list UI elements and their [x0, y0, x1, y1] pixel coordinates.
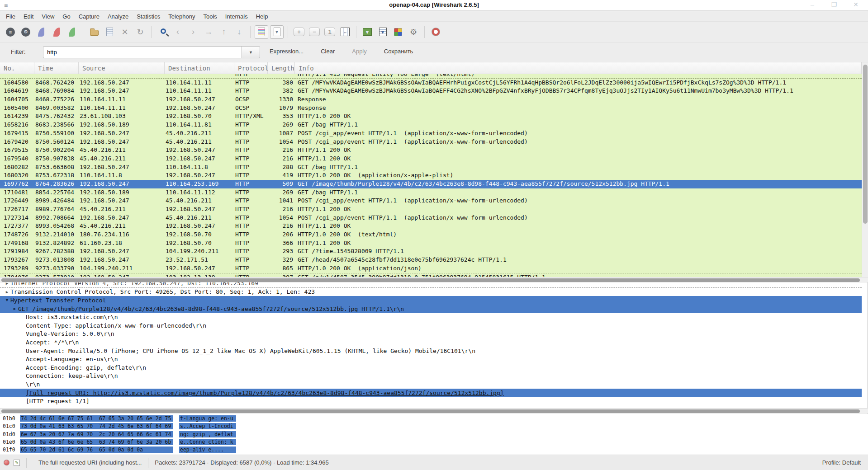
table-row[interactable]: 16803208753.672318110.164.11.8192.168.50…	[0, 171, 862, 180]
table-row[interactable]: 17940769273.573910192.168.50.247103.182.…	[0, 273, 862, 277]
apply-button[interactable]: Apply	[352, 48, 367, 55]
detail-line[interactable]: Vungle-Version: 5.0.0\r\n	[0, 330, 862, 338]
menu-statistics[interactable]: Statistics	[133, 12, 164, 21]
menu-internals[interactable]: Internals	[221, 12, 252, 21]
column-header-destination[interactable]: Destination	[165, 62, 234, 74]
column-header-source[interactable]: Source	[79, 62, 165, 74]
detail-line[interactable]: Accept: */*\r\n	[0, 338, 862, 347]
table-row[interactable]: 17264498989.426484192.168.50.24745.40.21…	[0, 197, 862, 205]
display-filter-icon[interactable]: ▼	[376, 25, 389, 39]
menu-help[interactable]: Help	[252, 12, 272, 21]
table-row[interactable]: 16047058468.775226110.164.11.11192.168.5…	[0, 95, 862, 104]
save-file-icon[interactable]	[103, 25, 116, 39]
close-button[interactable]: ✕	[852, 1, 860, 8]
menu-view[interactable]: View	[38, 12, 58, 21]
preferences-icon[interactable]: ⚙	[407, 25, 420, 39]
filter-input[interactable]	[43, 46, 242, 58]
expander-arrow-icon[interactable]: ▶	[11, 306, 18, 311]
table-row[interactable]: 16045808468.762420192.168.50.247110.164.…	[0, 79, 862, 87]
table-row[interactable]: 17267178989.77676445.40.216.211192.168.5…	[0, 205, 862, 214]
column-header-protocol[interactable]: Protocol	[234, 62, 268, 74]
filter-dropdown-button[interactable]: ▼	[242, 46, 260, 58]
packet-list-vscrollbar[interactable]	[862, 62, 868, 277]
capture-comment-icon[interactable]: ✎	[14, 460, 20, 466]
expander-arrow-icon[interactable]: ▶	[4, 282, 10, 286]
table-row[interactable]: 17919849267.782388192.168.50.247104.199.…	[0, 247, 862, 256]
menu-capture[interactable]: Capture	[75, 12, 104, 21]
detail-line[interactable]: [HTTP request 1/1]	[0, 397, 862, 405]
table-row[interactable]: 16142398475.76243223.61.108.103192.168.5…	[0, 112, 862, 121]
table-row[interactable]: 16046198468.769084192.168.50.247110.164.…	[0, 87, 862, 95]
detail-line[interactable]: \r\n	[0, 380, 862, 389]
details-hscrollbar-thumb[interactable]	[1, 409, 860, 413]
capture-filter-icon[interactable]: ▼	[360, 25, 374, 39]
list-interfaces-icon[interactable]: ≡	[4, 25, 17, 39]
coloring-rules-icon[interactable]	[391, 25, 405, 39]
expander-arrow-icon[interactable]: ▼	[4, 298, 10, 302]
reload-icon[interactable]: ↻	[133, 25, 147, 39]
column-header-info[interactable]: Info	[295, 62, 862, 74]
table-row[interactable]: 16795158750.90220445.40.216.211192.168.5…	[0, 146, 862, 155]
restart-capture-icon[interactable]	[65, 25, 79, 39]
help-icon[interactable]	[429, 25, 442, 39]
go-to-bottom-icon[interactable]: ↓	[232, 25, 246, 39]
table-row[interactable]: 17491689132.82489261.160.23.18192.168.50…	[0, 239, 862, 248]
clear-button[interactable]: Clear	[321, 48, 335, 55]
packet-list-hscrollbar[interactable]	[0, 277, 868, 282]
hex-row[interactable]: 01f065 65 70 2d 61 6c 69 76 65 0d 0a 0d …	[0, 446, 868, 454]
expander-arrow-icon[interactable]: ▶	[4, 290, 10, 294]
table-row[interactable]: 17273778993.05426845.40.216.211192.168.5…	[0, 222, 862, 230]
hex-row[interactable]: 01b074 2d 4c 61 6e 67 75 61 67 65 3a 20 …	[0, 415, 868, 423]
column-header-length[interactable]: Length	[268, 62, 295, 74]
resize-columns-icon[interactable]: ↔	[338, 25, 352, 39]
open-file-icon[interactable]	[87, 25, 101, 39]
detail-line[interactable]: Connection: keep-alive\r\n	[0, 372, 862, 381]
table-row[interactable]: 16802828753.663608192.168.50.247110.164.…	[0, 163, 862, 172]
detail-line[interactable]: ▶Transmission Control Protocol, Src Port…	[0, 288, 862, 296]
hex-row[interactable]: 01c073 0d 0a 41 63 63 65 70 74 2d 45 6e …	[0, 423, 868, 431]
start-capture-icon[interactable]	[34, 25, 48, 39]
table-row[interactable]: 17273148992.708664192.168.50.24745.40.21…	[0, 214, 862, 222]
details-hscrollbar[interactable]	[0, 408, 868, 414]
table-row[interactable]: 16054008469.003582110.164.11.11192.168.5…	[0, 104, 862, 113]
detail-line[interactable]: ▶GET /image/thumb/Purple128/v4/4b/c2/63/…	[0, 305, 862, 313]
table-row[interactable]: 16582168683.238566192.168.50.189110.164.…	[0, 121, 862, 129]
menu-edit[interactable]: Edit	[19, 12, 38, 21]
table-row[interactable]: 16794158750.559100192.168.50.24745.40.21…	[0, 129, 862, 138]
detail-line[interactable]: Accept-Language: en-us\r\n	[0, 355, 862, 363]
menu-go[interactable]: Go	[58, 12, 74, 21]
column-header-no[interactable]: No.	[0, 62, 34, 74]
expert-info-icon[interactable]	[4, 460, 9, 465]
expression-button[interactable]: Expression...	[270, 48, 304, 55]
detail-line[interactable]: [Full request URI: http://is3.mzstatic.c…	[0, 389, 862, 397]
menu-file[interactable]: File	[2, 12, 19, 21]
save-filter-button[interactable]: Сохранить	[384, 48, 413, 55]
table-row[interactable]: 17932679273.013808192.168.50.24723.52.17…	[0, 256, 862, 264]
table-row[interactable]: 17104818854.225764192.168.50.189110.164.…	[0, 188, 862, 197]
hex-row[interactable]: 01e065 0d 0a 43 6f 6e 6e 65 63 74 69 6f …	[0, 439, 868, 446]
menu-tools[interactable]: Tools	[199, 12, 221, 21]
detail-line[interactable]: User-Agent: Mozilla/5.0 (iPhone; CPU iPh…	[0, 347, 862, 355]
vscrollbar-thumb[interactable]	[863, 65, 868, 224]
table-row[interactable]: 17487269132.214010180.76.234.116192.168.…	[0, 230, 862, 239]
go-to-top-icon[interactable]: ↑	[217, 25, 231, 39]
zoom-out-icon[interactable]: −	[308, 25, 321, 39]
go-back-icon[interactable]: ‹	[171, 25, 185, 39]
hex-row[interactable]: 01d06e 67 3a 20 67 7a 69 70 2c 20 64 65 …	[0, 431, 868, 439]
colorize-icon[interactable]	[255, 25, 268, 39]
zoom-in-icon[interactable]: +	[292, 25, 306, 39]
table-row[interactable]: HTTPHTTP/1.1 413 Request Entity Too Larg…	[0, 74, 862, 79]
detail-line[interactable]: ▼Hypertext Transfer Protocol	[0, 296, 862, 305]
profile-indicator[interactable]: Profile: Default	[822, 459, 861, 466]
detail-line[interactable]: Host: is3.mzstatic.com\r\n	[0, 313, 862, 321]
zoom-100-icon[interactable]: 1	[323, 25, 337, 39]
capture-options-icon[interactable]: ⚙	[19, 25, 33, 39]
hscrollbar-thumb[interactable]	[1, 278, 860, 282]
detail-line[interactable]: Accept-Encoding: gzip, deflate\r\n	[0, 363, 862, 372]
autoscroll-icon[interactable]: ▼	[270, 25, 284, 39]
go-forward-icon[interactable]: ›	[186, 25, 200, 39]
column-header-time[interactable]: Time	[34, 62, 79, 74]
minimize-button[interactable]: –	[808, 1, 816, 8]
restore-button[interactable]: ❐	[830, 1, 838, 8]
menu-telephony[interactable]: Telephony	[164, 12, 199, 21]
